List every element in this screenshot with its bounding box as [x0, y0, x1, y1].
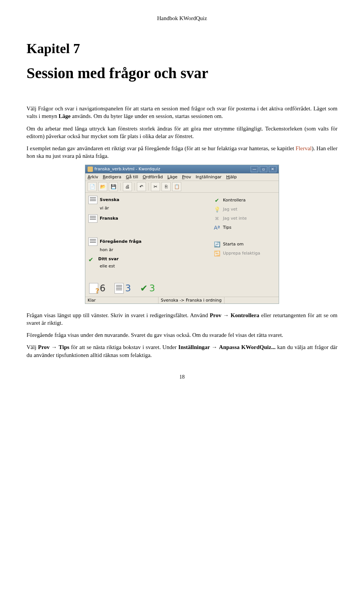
action-label: Jag vet inte — [223, 216, 247, 221]
arrow: → — [210, 344, 219, 350]
text: för att se nästa riktiga bokstav i svare… — [69, 344, 178, 350]
text: används. Om du byter läge under en sessi… — [71, 113, 223, 119]
restart-icon: 🔄 — [213, 241, 221, 248]
chapter-number: Kapitel 7 — [27, 41, 337, 57]
menu-prov[interactable]: Prov — [182, 175, 191, 179]
actions-column: ✔ Kontrollera 💡 Jag vet ✖ Jag vet inte A… — [213, 196, 276, 272]
tb-save-icon[interactable]: 💾 — [109, 182, 118, 191]
correct-count-icon: ✔ — [140, 283, 148, 294]
status-right: Svenska -> Franska i ordning — [158, 297, 224, 304]
list-count-icon — [115, 283, 124, 294]
tb-paste-icon[interactable]: 📋 — [172, 182, 181, 191]
text: Frågan visas längst upp till vänster. Sk… — [27, 312, 210, 318]
menu-hjalp[interactable]: Hjälp — [226, 175, 237, 179]
action-label: Jag vet — [223, 207, 237, 212]
label-your-answer: Ditt svar — [98, 256, 119, 261]
label-franska: Franska — [100, 216, 118, 221]
paragraph-6: Välj Prov → Tips för att se nästa riktig… — [27, 343, 337, 359]
text: Välj — [27, 344, 38, 350]
answer-field[interactable] — [100, 224, 210, 229]
tb-cut-icon[interactable]: ✂ — [151, 182, 160, 191]
tb-print-icon[interactable]: 🖨 — [123, 182, 132, 191]
tips-icon: Aª — [213, 224, 221, 231]
paragraph-3: I exemplet nedan gav användaren ett rikt… — [27, 145, 337, 160]
bold: Prov — [38, 344, 50, 350]
action-jag-vet: 💡 Jag vet — [213, 205, 276, 214]
checkmark-icon: ✔ — [88, 256, 96, 262]
list-icon — [88, 237, 97, 246]
arrow: → — [221, 312, 231, 318]
stat-value: 3 — [149, 283, 155, 294]
action-label: Upprepa felaktiga — [223, 251, 260, 256]
link-flerval[interactable]: Flerval — [296, 145, 312, 151]
cross-icon: ✖ — [213, 215, 221, 222]
stats-row: 6 3 ✔ 3 — [85, 275, 279, 297]
bold: Tips — [59, 344, 69, 350]
paragraph-2: Om du arbetar med långa uttryck kan föns… — [27, 125, 337, 140]
bulb-icon: 💡 — [213, 206, 221, 213]
action-starta-om[interactable]: 🔄 Starta om — [213, 240, 276, 249]
menu-ordforrad[interactable]: Ordförråd — [143, 175, 163, 179]
question-value: vi är — [100, 206, 210, 211]
toolbar-separator — [120, 183, 121, 190]
menu-installningar[interactable]: Inställningar — [196, 175, 221, 179]
list-icon — [88, 214, 97, 223]
chapter-title: Session med frågor och svar — [27, 64, 337, 82]
stat-remaining: 3 — [115, 283, 131, 294]
action-label: Starta om — [223, 242, 244, 247]
stat-value: 3 — [125, 283, 131, 294]
question-count-icon — [89, 283, 98, 294]
titlebar: franska_verb.kvtml - Kwordquiz — ▫ ✕ — [85, 165, 279, 173]
stat-correct: ✔ 3 — [140, 283, 155, 294]
check-icon: ✔ — [213, 197, 221, 204]
action-upprepa: 🔁 Upprepa felaktiga — [213, 249, 276, 258]
action-label: Kontrollera — [223, 198, 246, 203]
menu-gatill[interactable]: Gå till — [126, 175, 138, 179]
action-label: Tips — [223, 225, 231, 230]
paragraph-5: Föregående fråga visas under den nuvaran… — [27, 331, 337, 339]
bold: Inställningar — [178, 344, 210, 350]
list-icon — [88, 196, 97, 204]
tb-copy-icon[interactable]: ⎘ — [162, 182, 171, 191]
toolbar-separator — [148, 183, 149, 190]
maximize-button[interactable]: ▫ — [260, 166, 267, 172]
stat-questions: 6 — [89, 283, 105, 294]
statusbar: Klar Svenska -> Franska i ordning — [85, 297, 279, 304]
toolbar: 📄 📂 💾 🖨 ↶ ✂ ⎘ 📋 — [85, 181, 279, 193]
text: I exemplet nedan gav användaren ett rikt… — [27, 145, 296, 151]
tb-open-icon[interactable]: 📂 — [98, 182, 107, 191]
running-header: Handbok KWordQuiz — [27, 15, 337, 22]
arrow: → — [50, 344, 59, 350]
action-kontrollera[interactable]: ✔ Kontrollera — [213, 196, 276, 205]
content-area: Svenska vi är Franska Föregående fråga h… — [85, 193, 279, 275]
your-answer-value: elle est — [100, 264, 210, 269]
bold: Prov — [210, 312, 221, 318]
menu-arkiv[interactable]: Arkiv — [88, 175, 98, 179]
menu-name-bold: Läge — [59, 113, 71, 119]
tb-new-icon[interactable]: 📄 — [88, 182, 97, 191]
window-title: franska_verb.kvtml - Kwordquiz — [94, 167, 160, 171]
label-svenska: Svenska — [100, 197, 119, 202]
label-previous-question: Föregående fråga — [100, 239, 141, 244]
page-number: 18 — [27, 374, 337, 380]
app-icon — [88, 167, 93, 172]
previous-question-value: hon är — [100, 247, 210, 252]
repeat-icon: 🔁 — [213, 250, 221, 257]
action-tips[interactable]: Aª Tips — [213, 223, 276, 232]
tb-undo-icon[interactable]: ↶ — [137, 182, 146, 191]
stat-value: 6 — [100, 283, 105, 294]
toolbar-separator — [134, 183, 135, 190]
paragraph-1: Välj Frågor och svar i navigationspanele… — [27, 105, 337, 120]
status-left: Klar — [85, 297, 158, 304]
minimize-button[interactable]: — — [251, 166, 258, 172]
menu-lage[interactable]: Läge — [167, 175, 177, 179]
close-button[interactable]: ✕ — [269, 166, 276, 172]
action-jag-vet-inte: ✖ Jag vet inte — [213, 214, 276, 223]
paragraph-4: Frågan visas längst upp till vänster. Sk… — [27, 311, 337, 327]
question-column: Svenska vi är Franska Föregående fråga h… — [88, 196, 210, 272]
bold: Anpassa KWordQuiz... — [219, 344, 276, 350]
kwordquiz-window: franska_verb.kvtml - Kwordquiz — ▫ ✕ Ark… — [85, 165, 279, 304]
menu-redigera[interactable]: Redigera — [103, 175, 121, 179]
menubar: Arkiv Redigera Gå till Ordförråd Läge Pr… — [85, 173, 279, 181]
bold: Kontrollera — [231, 312, 259, 318]
